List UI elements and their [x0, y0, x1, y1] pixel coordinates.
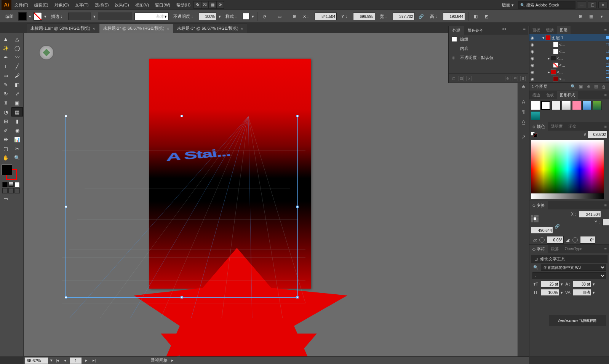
shape-builder-tool[interactable]: ◔ [0, 107, 11, 117]
color-mode-gradient-icon[interactable] [8, 182, 14, 187]
layer-row[interactable]: ◉<... [529, 48, 609, 55]
opacity-input[interactable] [199, 13, 216, 20]
draw-behind-icon[interactable] [8, 188, 14, 193]
resize-handle-ne[interactable] [296, 115, 299, 117]
line-tool[interactable]: ╱ [11, 62, 23, 71]
perspective-grid-icon[interactable]: ⊞ [576, 12, 585, 21]
panel-menu-icon[interactable]: ≡ [602, 124, 609, 129]
style-swatch[interactable] [572, 101, 581, 110]
artboard-tool[interactable]: ▢ [0, 144, 11, 153]
tab-appearance[interactable]: 外观 [449, 26, 464, 35]
panel-menu-icon[interactable]: ≡ [521, 26, 528, 35]
hex-input[interactable] [588, 131, 607, 138]
rotate-tool[interactable]: ↻ [0, 89, 11, 98]
menu-file[interactable]: 文件(F) [11, 0, 31, 10]
fill-dropdown-icon[interactable]: ▾ [29, 14, 31, 19]
isolate-icon[interactable]: ◩ [482, 12, 491, 21]
stroke-profile[interactable]: —— 基本 ▾ [134, 13, 169, 20]
column-graph-tool[interactable]: 📊 [11, 135, 23, 144]
tf-x-input[interactable] [579, 211, 601, 218]
type-tool[interactable]: T [0, 62, 11, 71]
layer-row[interactable]: ◉▸<... [529, 55, 609, 62]
menu-object[interactable]: 对象(O) [51, 0, 72, 10]
pen-tool[interactable]: ✒ [0, 53, 11, 62]
arrange-docs-icon[interactable]: ▦ [587, 12, 595, 21]
brush-definition[interactable] [98, 13, 132, 20]
mesh-tool[interactable]: ⊞ [0, 117, 11, 126]
width-tool[interactable]: ⧖ [0, 98, 11, 107]
panel-menu-icon[interactable]: ≡ [602, 93, 609, 97]
tab-links[interactable]: 链接 [543, 26, 557, 34]
slice-tool[interactable]: ✂ [11, 144, 23, 153]
color-spectrum[interactable] [531, 140, 604, 199]
opacity-dropdown-icon[interactable]: ▾ [219, 14, 221, 19]
adobe-stock-search[interactable]: 🔍 搜索 Adobe Stock [518, 1, 575, 9]
tab-color[interactable]: ◇ 颜色 [529, 122, 548, 131]
doc-tab-2[interactable]: 未标题-2* @ 66.67% (RGB/预览)× [99, 24, 173, 33]
screen-mode-icon[interactable]: ▭ [0, 194, 11, 203]
leading-input[interactable] [573, 281, 591, 287]
menu-help[interactable]: 帮助(H) [173, 0, 193, 10]
fill-color-swatch[interactable] [2, 164, 12, 175]
next-artboard-icon[interactable]: ▸ [84, 358, 89, 363]
paintbrush-tool[interactable]: 🖌 [11, 71, 23, 80]
window-minimize-icon[interactable]: — [577, 2, 586, 8]
style-swatch[interactable] [551, 101, 561, 110]
layer-row[interactable]: ◉<... [529, 75, 609, 82]
stroke-weight-input[interactable] [68, 13, 91, 20]
doc-tab-3[interactable]: 未标题-3* @ 66.67% (RGB/预览)× [173, 24, 247, 33]
font-family-select[interactable]: 冬青黑体简体中文 W3 [541, 264, 606, 271]
artboard-nav-input[interactable]: 1 [70, 358, 82, 364]
style-swatch[interactable] [562, 101, 571, 110]
tab-swatches[interactable]: 色板 [543, 91, 557, 99]
recolor-artwork-icon[interactable]: ◔ [261, 12, 269, 21]
panel-menu-icon[interactable]: ≡ [602, 28, 609, 32]
magic-wand-tool[interactable]: ✨ [0, 43, 11, 53]
eraser-tool[interactable]: ◧ [11, 80, 23, 89]
delete-layer-icon[interactable]: 🗑 [601, 84, 607, 90]
style-dropdown-icon[interactable]: ▾ [252, 14, 254, 19]
window-maximize-icon[interactable]: ▢ [588, 2, 597, 8]
resize-handle-nw[interactable] [65, 115, 67, 117]
selection-tool[interactable]: ▲ [0, 34, 11, 43]
appearance-row-contents[interactable]: 内容 [449, 44, 528, 53]
last-artboard-icon[interactable]: ▸| [91, 358, 97, 363]
align-icon[interactable]: ▭ [275, 12, 284, 21]
resize-handle-sw[interactable] [65, 296, 67, 299]
style-swatch[interactable] [541, 101, 550, 110]
lasso-tool[interactable]: ◯ [11, 43, 23, 53]
curvature-tool[interactable]: 〰 [11, 53, 23, 62]
tab-transform[interactable]: ◇ 变换 [529, 201, 548, 210]
appearance-duplicate-icon[interactable]: ⧉ [513, 76, 518, 81]
font-size-input[interactable] [541, 281, 559, 287]
perspective-grid-tool[interactable]: ▦ [11, 107, 23, 117]
perspective-plane-widget[interactable] [39, 45, 54, 60]
tab-close-icon[interactable]: × [241, 26, 243, 31]
tf-h-input[interactable] [531, 227, 553, 234]
color-fillstroke-icon[interactable] [531, 132, 539, 137]
free-transform-tool[interactable]: ▣ [11, 98, 23, 107]
y-input[interactable] [353, 13, 375, 20]
menu-view[interactable]: 视图(V) [132, 0, 152, 10]
w-input[interactable] [393, 13, 415, 20]
tab-character[interactable]: ◇ 字符 [529, 245, 548, 254]
shear-input[interactable] [580, 236, 595, 244]
draw-inside-icon[interactable] [14, 188, 20, 193]
rectangle-tool[interactable]: ▭ [0, 71, 11, 80]
tab-close-icon[interactable]: × [167, 26, 169, 31]
resize-handle-e[interactable] [296, 206, 299, 208]
transform-refpoint-icon[interactable]: ⊞ [290, 12, 299, 21]
link-wh-icon[interactable]: 🔗 [417, 12, 425, 21]
locate-object-icon[interactable]: 🔍 [570, 84, 576, 90]
panel-collapse-icon[interactable]: ◂◂ [499, 26, 508, 35]
tf-y-input[interactable] [603, 219, 609, 226]
stroke-weight-dropdown-icon[interactable]: ▾ [93, 14, 96, 19]
dock-character-icon[interactable]: A [519, 97, 528, 106]
stock-icon[interactable]: St [201, 1, 209, 9]
color-mode-none-icon[interactable] [14, 182, 20, 187]
appearance-row-group[interactable]: 编组 [449, 35, 528, 44]
dock-paragraph-icon[interactable]: ¶ [519, 107, 528, 116]
stroke-swatch[interactable] [34, 12, 42, 21]
menu-effect[interactable]: 效果(C) [112, 0, 132, 10]
style-swatch[interactable] [582, 101, 591, 110]
